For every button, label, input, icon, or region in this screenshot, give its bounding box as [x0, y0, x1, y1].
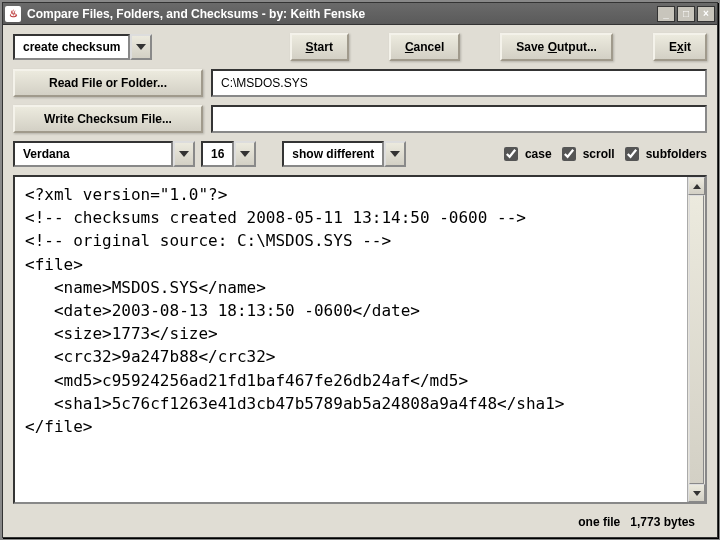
- scroll-track[interactable]: [688, 195, 705, 484]
- read-path-input[interactable]: [211, 69, 707, 97]
- action-dropdown-value: create checksum: [13, 34, 130, 60]
- chevron-down-icon[interactable]: [234, 141, 256, 167]
- subfolders-label: subfolders: [646, 147, 707, 161]
- font-value: Verdana: [13, 141, 173, 167]
- save-output-button[interactable]: Save Output...: [500, 33, 613, 61]
- size-dropdown[interactable]: 16: [201, 141, 256, 167]
- output-text[interactable]: <?xml version="1.0"?> <!-- checksums cre…: [15, 177, 687, 502]
- titlebar: ♨ Compare Files, Folders, and Checksums …: [3, 3, 717, 25]
- minimize-button[interactable]: _: [657, 6, 675, 22]
- maximize-button[interactable]: □: [677, 6, 695, 22]
- cancel-button[interactable]: Cancel: [389, 33, 460, 61]
- vertical-scrollbar[interactable]: [687, 177, 705, 502]
- status-bar: one file 1,773 bytes: [13, 512, 707, 529]
- close-button[interactable]: ×: [697, 6, 715, 22]
- read-file-button[interactable]: Read File or Folder...: [13, 69, 203, 97]
- scroll-up-icon[interactable]: [688, 177, 705, 195]
- write-row: Write Checksum File...: [13, 105, 707, 133]
- content-area: create checksum Start Cancel Save Output…: [3, 25, 717, 537]
- read-row: Read File or Folder...: [13, 69, 707, 97]
- size-value: 16: [201, 141, 234, 167]
- scroll-checkbox[interactable]: scroll: [558, 144, 615, 164]
- subfolders-checkbox-input[interactable]: [625, 147, 639, 161]
- action-dropdown[interactable]: create checksum: [13, 34, 152, 60]
- status-bytes: 1,773 bytes: [630, 515, 695, 529]
- write-file-button[interactable]: Write Checksum File...: [13, 105, 203, 133]
- scroll-checkbox-input[interactable]: [562, 147, 576, 161]
- scroll-label: scroll: [583, 147, 615, 161]
- font-dropdown[interactable]: Verdana: [13, 141, 195, 167]
- scroll-down-icon[interactable]: [688, 484, 705, 502]
- subfolders-checkbox[interactable]: subfolders: [621, 144, 707, 164]
- write-path-input[interactable]: [211, 105, 707, 133]
- toolbar-row: create checksum Start Cancel Save Output…: [13, 33, 707, 61]
- java-icon: ♨: [5, 6, 21, 22]
- options-row: Verdana 16 show different case scroll: [13, 141, 707, 167]
- window-title: Compare Files, Folders, and Checksums - …: [27, 7, 657, 21]
- chevron-down-icon[interactable]: [173, 141, 195, 167]
- start-button[interactable]: Start: [290, 33, 349, 61]
- exit-button[interactable]: Exit: [653, 33, 707, 61]
- chevron-down-icon[interactable]: [384, 141, 406, 167]
- scroll-thumb[interactable]: [689, 195, 704, 484]
- case-label: case: [525, 147, 552, 161]
- chevron-down-icon[interactable]: [130, 34, 152, 60]
- case-checkbox-input[interactable]: [504, 147, 518, 161]
- show-mode-dropdown[interactable]: show different: [282, 141, 406, 167]
- status-summary: one file: [578, 515, 620, 529]
- output-panel: <?xml version="1.0"?> <!-- checksums cre…: [13, 175, 707, 504]
- case-checkbox[interactable]: case: [500, 144, 552, 164]
- app-window: ♨ Compare Files, Folders, and Checksums …: [2, 2, 718, 538]
- show-mode-value: show different: [282, 141, 384, 167]
